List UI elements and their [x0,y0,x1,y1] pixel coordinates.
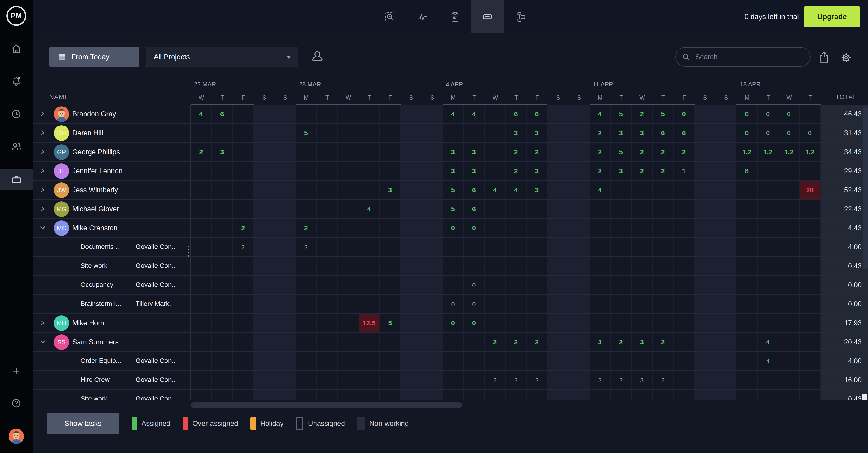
allocation-cell[interactable] [653,237,674,256]
allocation-cell[interactable] [296,257,317,275]
allocation-cell[interactable] [338,162,359,180]
allocation-cell[interactable] [569,123,590,142]
allocation-cell[interactable] [694,143,716,161]
allocation-cell[interactable]: 3 [611,162,632,180]
allocation-cell[interactable] [569,237,590,256]
allocation-cell[interactable] [674,351,694,370]
allocation-cell[interactable] [233,351,254,370]
allocation-cell[interactable]: 6 [506,105,527,123]
allocation-cell[interactable] [317,371,338,389]
allocation-cell[interactable] [527,314,548,332]
allocation-cell[interactable] [631,276,653,294]
allocation-cell[interactable] [212,237,233,256]
allocation-cell[interactable] [800,351,820,370]
allocation-cell[interactable] [422,200,443,218]
allocation-cell[interactable] [296,200,317,218]
allocation-cell[interactable] [317,143,338,161]
allocation-cell[interactable] [694,123,716,142]
allocation-cell[interactable] [422,294,443,313]
allocation-cell[interactable]: 3 [380,180,401,199]
allocation-cell[interactable]: 5 [443,180,464,199]
allocation-cell[interactable]: 2 [527,333,548,351]
allocation-cell[interactable] [464,351,485,370]
allocation-cell[interactable] [611,219,632,237]
allocation-cell[interactable] [212,162,233,180]
allocation-cell[interactable] [694,314,716,332]
allocation-cell[interactable] [674,371,694,389]
allocation-cell[interactable] [716,180,737,199]
allocation-cell[interactable] [694,276,716,294]
chevron-right-icon[interactable] [40,130,46,136]
allocation-cell[interactable] [422,123,443,142]
allocation-cell[interactable] [779,162,800,180]
allocation-cell[interactable] [422,105,443,123]
project-filter-dropdown[interactable]: All Projects [146,47,298,67]
allocation-cell[interactable] [401,180,422,199]
allocation-cell[interactable]: 1.2 [737,143,758,161]
allocation-cell[interactable] [779,371,800,389]
allocation-cell[interactable] [506,237,527,256]
allocation-cell[interactable]: 2 [506,371,527,389]
allocation-cell[interactable] [401,314,422,332]
allocation-cell[interactable] [422,351,443,370]
allocation-cell[interactable] [380,123,401,142]
allocation-cell[interactable]: 4 [758,333,779,351]
allocation-cell[interactable] [779,351,800,370]
allocation-cell[interactable] [380,276,401,294]
allocation-cell[interactable]: 6 [653,123,674,142]
allocation-cell[interactable] [401,143,422,161]
allocation-cell[interactable] [800,314,820,332]
person-row-header[interactable]: JWJess Wimberly [33,180,191,199]
allocation-cell[interactable] [485,219,506,237]
allocation-cell[interactable] [548,314,569,332]
sidebar-item-home[interactable] [0,38,33,59]
allocation-cell[interactable] [275,162,296,180]
allocation-cell[interactable]: 2 [611,333,632,351]
allocation-cell[interactable] [443,276,464,294]
allocation-cell[interactable] [275,333,296,351]
allocation-cell[interactable] [569,351,590,370]
allocation-cell[interactable] [611,276,632,294]
person-row-header[interactable]: MHMike Horn [33,314,191,332]
allocation-cell[interactable] [716,257,737,275]
allocation-cell[interactable] [191,162,212,180]
vertical-scrollbar[interactable] [863,106,868,269]
allocation-cell[interactable] [212,294,233,313]
allocation-cell[interactable] [380,105,401,123]
allocation-cell[interactable] [359,105,380,123]
allocation-cell[interactable] [296,371,317,389]
allocation-cell[interactable] [422,314,443,332]
allocation-cell[interactable] [317,180,338,199]
allocation-cell[interactable]: 2 [527,143,548,161]
allocation-cell[interactable] [548,200,569,218]
allocation-cell[interactable] [275,200,296,218]
allocation-cell[interactable] [737,371,758,389]
allocation-cell[interactable] [422,390,443,400]
allocation-cell[interactable] [737,294,758,313]
allocation-cell[interactable]: 6 [464,180,485,199]
allocation-cell[interactable] [233,200,254,218]
allocation-cell[interactable] [779,237,800,256]
allocation-cell[interactable] [548,333,569,351]
allocation-cell[interactable]: 4 [758,351,779,370]
allocation-cell[interactable] [527,351,548,370]
allocation-cell[interactable] [338,180,359,199]
panel-resize-handle[interactable] [187,246,190,257]
allocation-cell[interactable] [380,371,401,389]
tab-activity[interactable] [406,0,438,33]
allocation-cell[interactable] [569,333,590,351]
allocation-cell[interactable] [631,200,653,218]
allocation-cell[interactable] [694,200,716,218]
allocation-cell[interactable] [254,162,275,180]
chevron-down-icon[interactable] [40,225,46,231]
allocation-cell[interactable]: 4 [443,105,464,123]
allocation-cell[interactable] [380,237,401,256]
allocation-cell[interactable] [296,276,317,294]
allocation-cell[interactable] [779,333,800,351]
person-row-header[interactable]: MCMike Cranston [33,219,191,237]
allocation-cell[interactable] [380,143,401,161]
allocation-cell[interactable] [548,105,569,123]
allocation-cell[interactable] [338,219,359,237]
allocation-cell[interactable]: 1.2 [800,143,820,161]
allocation-cell[interactable] [674,294,694,313]
